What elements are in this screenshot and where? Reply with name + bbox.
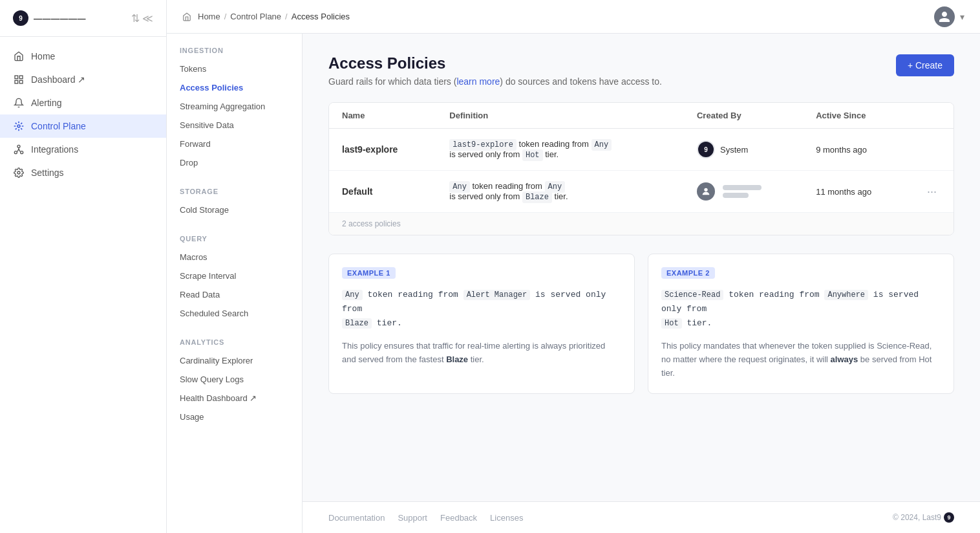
footer-logo-icon: 9 — [944, 512, 954, 523]
col-actions — [910, 103, 953, 129]
sub-sidebar-item-read-data[interactable]: Read Data — [167, 285, 302, 304]
example-card-1: EXAMPLE 1 Any token reading from Alert M… — [328, 254, 635, 394]
breadcrumb-home-link[interactable]: Home — [198, 12, 220, 21]
sub-sidebar-section-ingestion: INGESTION Tokens Access Policies Streami… — [167, 47, 302, 172]
sub-sidebar: INGESTION Tokens Access Policies Streami… — [167, 34, 303, 533]
sub-sidebar-label-query: QUERY — [167, 235, 302, 248]
breadcrumb-current: Access Policies — [292, 12, 350, 21]
topbar-right: ▾ — [934, 6, 964, 27]
example-1-description: This policy ensures that traffic for rea… — [342, 340, 621, 367]
table-row: Default Any token reading from Any is se… — [329, 171, 953, 213]
collapse-icon[interactable]: ⇅ — [131, 12, 140, 25]
sub-sidebar-item-tokens[interactable]: Tokens — [167, 60, 302, 78]
sub-sidebar-item-drop[interactable]: Drop — [167, 153, 302, 172]
logo-icon: 9 — [13, 10, 28, 26]
sub-sidebar-section-query: QUERY Macros Scrape Interval Read Data S… — [167, 235, 302, 323]
system-label: System — [720, 145, 748, 155]
example-2-badge: EXAMPLE 2 — [661, 267, 715, 279]
svg-point-8 — [17, 171, 20, 174]
svg-point-4 — [17, 125, 20, 127]
page-wrapper: Access Policies Guard rails for which da… — [303, 34, 980, 533]
sub-sidebar-item-scrape-interval[interactable]: Scrape Interval — [167, 266, 302, 285]
sub-sidebar-item-health-dashboard[interactable]: Health Dashboard ↗ — [167, 389, 302, 408]
sub-sidebar-item-slow-query-logs[interactable]: Slow Query Logs — [167, 370, 302, 389]
sidebar-item-control-plane[interactable]: Control Plane — [0, 114, 166, 138]
footer-link-documentation[interactable]: Documentation — [328, 513, 385, 523]
page-content: Access Policies Guard rails for which da… — [303, 34, 980, 501]
sidebar-item-settings-label: Settings — [31, 168, 64, 178]
table-header-row: Name Definition Created By Active Since — [329, 103, 953, 129]
svg-point-6 — [14, 151, 17, 154]
sidebar-item-alerting[interactable]: Alerting — [0, 91, 166, 114]
policies-count: 2 access policies — [342, 219, 401, 228]
row2-name: Default — [329, 171, 436, 213]
table-row: last9-explore last9-explore token readin… — [329, 129, 953, 171]
sub-sidebar-section-analytics: ANALYTICS Cardinality Explorer Slow Quer… — [167, 338, 302, 426]
sub-sidebar-item-cardinality-explorer[interactable]: Cardinality Explorer — [167, 351, 302, 370]
col-definition: Definition — [436, 103, 684, 129]
example-1-badge: EXAMPLE 1 — [342, 267, 396, 279]
svg-point-7 — [21, 151, 23, 154]
footer-link-feedback[interactable]: Feedback — [440, 513, 477, 523]
examples-section: EXAMPLE 1 Any token reading from Alert M… — [328, 254, 954, 394]
footer-copyright: © 2024, Last9 9 — [893, 512, 954, 523]
settings-icon — [13, 167, 25, 179]
sub-sidebar-item-sensitive-data[interactable]: Sensitive Data — [167, 116, 302, 135]
user-avatar[interactable] — [934, 6, 955, 27]
integrations-icon — [13, 144, 25, 155]
content-layout: INGESTION Tokens Access Policies Streami… — [167, 34, 980, 533]
sub-sidebar-item-streaming-aggregation[interactable]: Streaming Aggregation — [167, 97, 302, 116]
main-area: Home / Control Plane / Access Policies ▾… — [167, 0, 980, 533]
logo-area: 9 —————— ⇅ ≪ — [0, 0, 166, 37]
sub-sidebar-item-macros[interactable]: Macros — [167, 248, 302, 266]
copyright-text: © 2024, Last9 — [893, 513, 941, 522]
sidebar-item-home[interactable]: Home — [0, 45, 166, 68]
svg-point-5 — [17, 145, 20, 147]
system-avatar: 9 — [697, 140, 715, 158]
svg-point-9 — [704, 188, 707, 191]
row1-definition: last9-explore token reading from Any is … — [436, 129, 684, 171]
sidebar-item-dashboard[interactable]: Dashboard ↗ — [0, 68, 166, 91]
example-2-description: This policy mandates that whenever the t… — [661, 340, 941, 380]
footer-link-licenses[interactable]: Licenses — [490, 513, 523, 523]
sub-sidebar-item-scheduled-search[interactable]: Scheduled Search — [167, 304, 302, 323]
row2-actions[interactable]: ··· — [910, 171, 953, 213]
alerting-icon — [13, 97, 25, 109]
control-plane-icon — [13, 120, 25, 132]
row1-created-by: 9 System — [684, 129, 803, 171]
footer-link-support[interactable]: Support — [398, 513, 427, 523]
example-card-2: EXAMPLE 2 Science-Read token reading fro… — [648, 254, 954, 394]
logo-text: —————— — [34, 14, 86, 23]
more-menu-button[interactable]: ··· — [923, 184, 941, 200]
svg-rect-3 — [15, 80, 18, 83]
page-title: Access Policies — [328, 54, 896, 72]
row1-active-since: 9 months ago — [803, 129, 910, 171]
sub-sidebar-section-storage: STORAGE Cold Storage — [167, 188, 302, 219]
page-subtitle-text1: Guard rails for which data tiers ( — [328, 76, 456, 87]
row2-definition: Any token reading from Any is served onl… — [436, 171, 684, 213]
page-header-text: Access Policies Guard rails for which da… — [328, 54, 896, 87]
sidebar-item-integrations-label: Integrations — [31, 144, 78, 155]
page-subtitle-text2: ) do sources and tokens have access to. — [500, 76, 662, 87]
page-footer: Documentation Support Feedback Licenses … — [303, 501, 980, 533]
col-name: Name — [329, 103, 436, 129]
sub-sidebar-item-forward[interactable]: Forward — [167, 135, 302, 153]
sidebar-item-settings[interactable]: Settings — [0, 161, 166, 184]
sub-sidebar-item-cold-storage[interactable]: Cold Storage — [167, 201, 302, 219]
breadcrumb-parent-link[interactable]: Control Plane — [230, 12, 281, 21]
page-subtitle: Guard rails for which data tiers (learn … — [328, 76, 896, 87]
sub-sidebar-item-access-policies[interactable]: Access Policies — [167, 78, 302, 97]
sidebar-item-integrations[interactable]: Integrations — [0, 138, 166, 161]
svg-rect-1 — [19, 76, 23, 79]
create-button[interactable]: + Create — [896, 54, 954, 76]
sub-sidebar-item-usage[interactable]: Usage — [167, 408, 302, 426]
breadcrumb-sep1: / — [224, 12, 227, 21]
logo-controls: ⇅ ≪ — [131, 12, 153, 25]
home-icon — [13, 50, 25, 62]
breadcrumb: Home / Control Plane / Access Policies — [182, 12, 350, 21]
user-dropdown-icon[interactable]: ▾ — [960, 12, 964, 22]
learn-more-link[interactable]: learn more — [456, 76, 500, 87]
sidebar-item-home-label: Home — [31, 51, 55, 61]
sidebar-toggle-icon[interactable]: ≪ — [142, 12, 153, 25]
example-1-definition: Any token reading from Alert Manager is … — [342, 288, 621, 331]
